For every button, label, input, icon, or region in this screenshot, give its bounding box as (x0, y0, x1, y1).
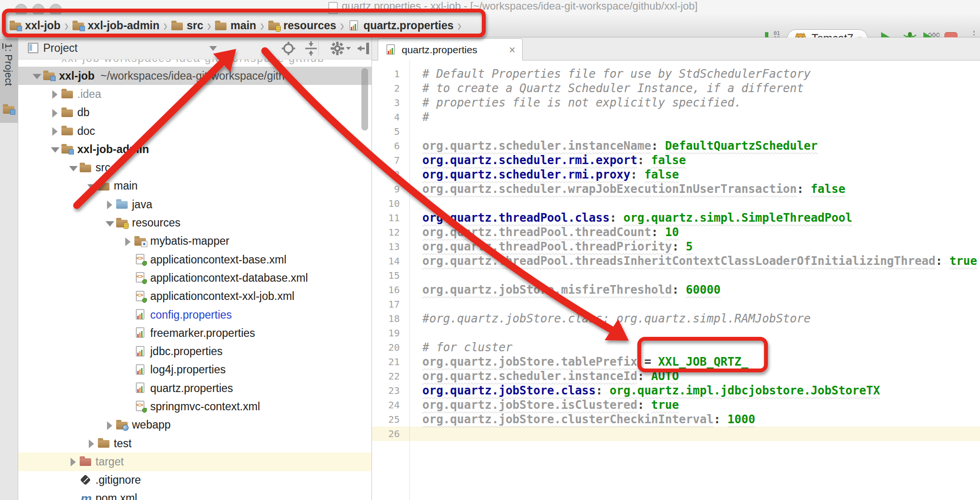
code-line-23[interactable]: org.quartz.jobStore.class: org.quartz.im… (422, 383, 977, 398)
code-line-5[interactable] (422, 124, 977, 139)
line-number[interactable]: 14 (372, 254, 400, 268)
code-line-7[interactable]: org.quartz.scheduler.rmi.export: false (422, 153, 977, 167)
line-number[interactable]: 9 (372, 182, 400, 196)
chevron-collapsed-icon[interactable] (123, 237, 134, 246)
chevron-collapsed-icon[interactable] (105, 420, 116, 430)
line-number[interactable]: 5 (372, 124, 400, 139)
tree-row-java[interactable]: java (18, 195, 371, 214)
line-number[interactable]: 7 (372, 153, 400, 167)
locate-file-icon[interactable] (281, 41, 296, 56)
chevron-collapsed-icon[interactable] (86, 439, 98, 448)
tree-row-main[interactable]: main (18, 177, 371, 195)
line-number[interactable]: 3 (372, 95, 400, 110)
editor-body[interactable]: 1234567891011121314151617181920212223242… (372, 60, 980, 500)
tree-row-mybatis-mapper[interactable]: mybatis-mapper (18, 232, 371, 250)
line-number[interactable]: 19 (372, 326, 400, 340)
chevron-expanded-icon[interactable] (32, 71, 43, 81)
tree-row-src[interactable]: src (18, 158, 371, 177)
line-number[interactable]: 16 (372, 283, 400, 297)
chevron-collapsed-icon[interactable] (50, 89, 61, 99)
line-number[interactable]: 23 (372, 383, 400, 398)
breadcrumb-item-main[interactable]: main (215, 19, 256, 32)
tree-row-jdbc-properties[interactable]: jdbc.properties (18, 342, 371, 360)
gear-settings-icon[interactable] (330, 41, 351, 56)
code-line-2[interactable]: # to create a Quartz Scheduler Instance,… (422, 81, 977, 95)
tree-row-applicationcontext-xxl-job-xml[interactable]: <>applicationcontext-xxl-job.xml (18, 287, 371, 306)
tree-scrollbar[interactable] (361, 68, 368, 131)
code-line-26[interactable] (422, 427, 977, 441)
code-line-21[interactable]: org.quartz.jobStore.tablePrefix = XXL_JO… (422, 355, 977, 369)
code-line-6[interactable]: org.quartz.scheduler.instanceName: Defau… (422, 139, 977, 153)
tree-row-resources[interactable]: resources (18, 214, 371, 232)
tree-row-xxl-job-admin[interactable]: xxl-job-admin (18, 140, 371, 158)
breadcrumb-item-xxl-job[interactable]: xxl-job (10, 19, 60, 32)
chevron-collapsed-icon[interactable] (50, 108, 61, 118)
tree-row-xxl-job[interactable]: xxl-job~/workspaces/idea-git-workspace/g… (18, 67, 371, 85)
line-number[interactable]: 11 (372, 211, 400, 225)
tree-row-applicationcontext-base-xml[interactable]: <>applicationcontext-base.xml (18, 250, 371, 269)
line-number[interactable]: 1 (372, 67, 400, 81)
line-number[interactable]: 2 (372, 81, 400, 95)
line-number[interactable]: 15 (372, 268, 400, 283)
code-line-13[interactable]: org.quartz.threadPool.threadPriority: 5 (422, 239, 977, 254)
chevron-expanded-icon[interactable] (105, 218, 116, 228)
chevron-collapsed-icon[interactable] (50, 126, 61, 136)
tab-quartz-properties[interactable]: quartz.properties × (378, 38, 523, 60)
line-number[interactable]: 13 (372, 239, 400, 254)
tree-row-springmvc-context-xml[interactable]: <>springmvc-context.xml (18, 397, 371, 416)
line-number[interactable]: 12 (372, 225, 400, 239)
tree-row-log4j-properties[interactable]: log4j.properties (18, 361, 371, 379)
code-line-3[interactable]: # properties file is not explicitly spec… (422, 95, 977, 110)
chevron-expanded-icon[interactable] (86, 181, 98, 191)
code-line-24[interactable]: org.quartz.jobStore.isClustered: true (422, 398, 977, 412)
tree-row-test[interactable]: test (18, 434, 371, 452)
line-number[interactable]: 24 (372, 398, 400, 412)
code-line-17[interactable] (422, 297, 977, 311)
code-area[interactable]: # Default Properties file for use by Std… (422, 67, 977, 441)
line-number[interactable]: 4 (372, 110, 400, 124)
line-number[interactable]: 25 (372, 412, 400, 427)
code-line-18[interactable]: #org.quartz.jobStore.class: org.quartz.s… (422, 311, 977, 326)
code-line-14[interactable]: org.quartz.threadPool.threadsInheritCont… (422, 254, 977, 268)
collapse-all-icon[interactable] (303, 41, 319, 56)
breadcrumb-item-resources[interactable]: resources (268, 19, 336, 32)
tree-row-target[interactable]: target (18, 452, 371, 471)
tree-row-db[interactable]: db (18, 104, 371, 122)
code-line-22[interactable]: org.quartz.scheduler.instanceId: AUTO (422, 369, 977, 383)
code-line-9[interactable]: org.quartz.scheduler.wrapJobExecutionInU… (422, 182, 977, 196)
tree-row-quartz-properties[interactable]: quartz.properties (18, 379, 371, 397)
code-line-11[interactable]: org.quartz.threadPool.class: org.quartz.… (422, 211, 977, 225)
line-number[interactable]: 26 (372, 427, 400, 441)
line-number[interactable]: 8 (372, 167, 400, 182)
chevron-collapsed-icon[interactable] (105, 200, 116, 209)
code-line-25[interactable]: org.quartz.jobStore.clusterCheckinInterv… (422, 412, 977, 427)
tree-row-config-properties[interactable]: config.properties (18, 306, 371, 324)
project-tool-button[interactable]: 1: Project (0, 38, 18, 123)
line-number[interactable]: 20 (372, 340, 400, 355)
tab-close-icon[interactable]: × (509, 45, 515, 55)
code-line-19[interactable] (422, 326, 977, 340)
tree-row-freemarker-properties[interactable]: freemarker.properties (18, 324, 371, 342)
tree-row-webapp[interactable]: webapp (18, 416, 371, 434)
code-line-10[interactable] (422, 196, 977, 211)
code-line-16[interactable]: org.quartz.jobStore.misfireThreshold: 60… (422, 283, 977, 297)
code-line-4[interactable]: # (422, 110, 977, 124)
code-line-15[interactable] (422, 268, 977, 283)
tree-row-gitignore[interactable]: .gitignore (18, 471, 371, 489)
tree-row-doc[interactable]: doc (18, 122, 371, 140)
chevron-expanded-icon[interactable] (50, 144, 61, 154)
breadcrumb-item-src[interactable]: src (171, 19, 203, 32)
editor-gutter[interactable]: 1234567891011121314151617181920212223242… (372, 67, 400, 441)
tree-row-applicationcontext-database-xml[interactable]: <>applicationcontext-database.xml (18, 269, 371, 287)
code-line-20[interactable]: # for cluster (422, 340, 977, 355)
breadcrumb-item-xxl-job-admin[interactable]: xxl-job-admin (72, 19, 160, 32)
view-dropdown-icon[interactable] (209, 46, 217, 51)
chevron-expanded-icon[interactable] (68, 163, 80, 173)
line-number[interactable]: 17 (372, 297, 400, 311)
tree-row-pom-xml[interactable]: mpom.xml (18, 489, 371, 500)
code-line-1[interactable]: # Default Properties file for use by Std… (422, 67, 977, 81)
tree-row-idea[interactable]: .idea (18, 85, 371, 103)
breadcrumb-item-quartz-properties[interactable]: quartz.properties (348, 19, 454, 32)
line-number[interactable]: 22 (372, 369, 400, 383)
hide-panel-icon[interactable] (356, 41, 371, 56)
